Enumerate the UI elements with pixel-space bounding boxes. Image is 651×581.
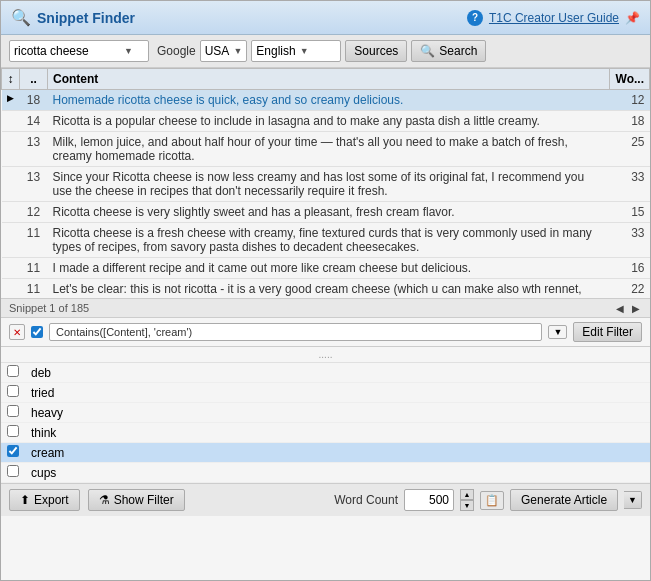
expand-cell[interactable]: [2, 223, 20, 258]
row-number: 13: [20, 167, 48, 202]
row-content[interactable]: Homemade ricotta cheese is quick, easy a…: [48, 90, 610, 111]
title-bar: 🔍 Snippet Finder ? T1C Creator User Guid…: [1, 1, 650, 35]
row-number: 11: [20, 258, 48, 279]
copy-button[interactable]: 📋: [480, 491, 504, 510]
filter-remove-button[interactable]: ✕: [9, 324, 25, 340]
row-content[interactable]: Ricotta is a popular cheese to include i…: [48, 111, 610, 132]
table-row[interactable]: 11I made a different recipe and it came …: [2, 258, 650, 279]
edit-filter-label: Edit Filter: [582, 325, 633, 339]
content-link[interactable]: Homemade ricotta cheese is quick, easy a…: [53, 93, 404, 107]
edit-filter-button[interactable]: Edit Filter: [573, 322, 642, 342]
word-list-scroll[interactable]: debtriedheavythinkcreamcups: [1, 363, 650, 483]
row-word-count: 33: [610, 223, 650, 258]
table-row[interactable]: 12Ricotta cheese is very slightly sweet …: [2, 202, 650, 223]
word-count-spinner: ▲ ▼: [460, 489, 474, 511]
word-checkbox[interactable]: [7, 465, 19, 477]
filter-dropdown-button[interactable]: ▼: [548, 325, 567, 339]
snippet-count: Snippet 1 of 185: [9, 302, 89, 314]
snippet-table-scroll[interactable]: ↕ .. Content Wo... ▶18Homemade ricotta c…: [1, 68, 650, 298]
table-row[interactable]: ▶18Homemade ricotta cheese is quick, eas…: [2, 90, 650, 111]
word-list-item[interactable]: cream: [1, 443, 650, 463]
export-label: Export: [34, 493, 69, 507]
word-label: cream: [25, 443, 650, 463]
word-checkbox[interactable]: [7, 365, 19, 377]
table-row[interactable]: 11Ricotta cheese is a fresh cheese with …: [2, 223, 650, 258]
main-window: 🔍 Snippet Finder ? T1C Creator User Guid…: [0, 0, 651, 581]
row-content[interactable]: Milk, lemon juice, and about half hour o…: [48, 132, 610, 167]
word-label: heavy: [25, 403, 650, 423]
expand-cell[interactable]: ▶: [2, 90, 20, 111]
search-input[interactable]: [14, 44, 124, 58]
toolbar: ▼ Google USA ▼ English ▼ Sources 🔍 Searc…: [1, 35, 650, 68]
word-list-item[interactable]: deb: [1, 363, 650, 383]
expand-cell[interactable]: [2, 167, 20, 202]
show-filter-button[interactable]: ⚗ Show Filter: [88, 489, 185, 511]
nav-prev-button[interactable]: ◀: [614, 303, 626, 314]
word-list-item[interactable]: think: [1, 423, 650, 443]
search-button[interactable]: 🔍 Search: [411, 40, 486, 62]
word-count-label: Word Count: [334, 493, 398, 507]
filter-expression: Contains([Content], 'cream'): [49, 323, 542, 341]
row-content[interactable]: Let's be clear: this is not ricotta - it…: [48, 279, 610, 299]
word-check-cell: [1, 443, 25, 463]
row-content[interactable]: I made a different recipe and it came ou…: [48, 258, 610, 279]
expand-cell[interactable]: [2, 132, 20, 167]
word-check-cell: [1, 383, 25, 403]
table-row[interactable]: 11Let's be clear: this is not ricotta - …: [2, 279, 650, 299]
region-select[interactable]: USA ▼: [200, 40, 248, 62]
export-button[interactable]: ⬆ Export: [9, 489, 80, 511]
row-word-count: 18: [610, 111, 650, 132]
language-select[interactable]: English ▼: [251, 40, 341, 62]
row-content[interactable]: Since your Ricotta cheese is now less cr…: [48, 167, 610, 202]
table-row[interactable]: 13Milk, lemon juice, and about half hour…: [2, 132, 650, 167]
word-count-up[interactable]: ▲: [460, 489, 474, 500]
word-checkbox[interactable]: [7, 385, 19, 397]
help-link[interactable]: T1C Creator User Guide: [489, 11, 619, 25]
expand-cell[interactable]: [2, 258, 20, 279]
word-list-item[interactable]: heavy: [1, 403, 650, 423]
word-count-col-header[interactable]: Wo...: [610, 69, 650, 90]
snippet-table: ↕ .. Content Wo... ▶18Homemade ricotta c…: [1, 68, 650, 298]
expand-cell[interactable]: [2, 279, 20, 299]
search-label: Search: [439, 44, 477, 58]
table-row[interactable]: 14Ricotta is a popular cheese to include…: [2, 111, 650, 132]
help-icon[interactable]: ?: [467, 10, 483, 26]
row-number: 14: [20, 111, 48, 132]
row-content[interactable]: Ricotta cheese is very slightly sweet an…: [48, 202, 610, 223]
word-checkbox[interactable]: [7, 405, 19, 417]
search-icon: 🔍: [11, 8, 31, 27]
pin-icon[interactable]: 📌: [625, 11, 640, 25]
nav-next-button[interactable]: ▶: [630, 303, 642, 314]
num-col-header[interactable]: ..: [20, 69, 48, 90]
expand-cell[interactable]: [2, 111, 20, 132]
language-dropdown-arrow: ▼: [300, 46, 309, 56]
row-number: 11: [20, 223, 48, 258]
word-count-input[interactable]: [404, 489, 454, 511]
word-list-item[interactable]: tried: [1, 383, 650, 403]
word-check-cell: [1, 463, 25, 483]
row-content[interactable]: Ricotta cheese is a fresh cheese with cr…: [48, 223, 610, 258]
generate-label: Generate Article: [521, 493, 607, 507]
filter-bar: ✕ Contains([Content], 'cream') ▼ Edit Fi…: [1, 318, 650, 347]
search-dropdown-arrow[interactable]: ▼: [124, 46, 133, 56]
export-icon: ⬆: [20, 493, 30, 507]
expand-cell[interactable]: [2, 202, 20, 223]
sources-button[interactable]: Sources: [345, 40, 407, 62]
title-bar-left: 🔍 Snippet Finder: [11, 8, 135, 27]
generate-dropdown-button[interactable]: ▼: [624, 491, 642, 509]
word-count-down[interactable]: ▼: [460, 500, 474, 511]
language-value: English: [256, 44, 295, 58]
generate-button[interactable]: Generate Article: [510, 489, 618, 511]
filter-enable-checkbox[interactable]: [31, 326, 43, 338]
dots-divider: .....: [1, 347, 650, 363]
word-list-item[interactable]: cups: [1, 463, 650, 483]
sources-label: Sources: [354, 44, 398, 58]
word-checkbox[interactable]: [7, 425, 19, 437]
filter-icon: ⚗: [99, 493, 110, 507]
row-number: 13: [20, 132, 48, 167]
word-label: tried: [25, 383, 650, 403]
sort-col-header[interactable]: ↕: [2, 69, 20, 90]
table-row[interactable]: 13Since your Ricotta cheese is now less …: [2, 167, 650, 202]
word-checkbox[interactable]: [7, 445, 19, 457]
region-value: USA: [205, 44, 230, 58]
